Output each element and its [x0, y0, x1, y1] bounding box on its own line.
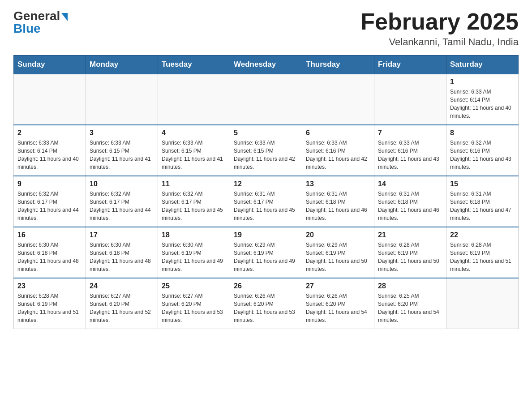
table-row: 13Sunrise: 6:31 AMSunset: 6:18 PMDayligh… — [302, 176, 374, 227]
day-info: Sunrise: 6:32 AMSunset: 6:17 PMDaylight:… — [162, 190, 226, 222]
table-row: 8Sunrise: 6:32 AMSunset: 6:16 PMDaylight… — [446, 125, 519, 176]
table-row: 27Sunrise: 6:26 AMSunset: 6:20 PMDayligh… — [302, 278, 374, 329]
day-number: 26 — [234, 282, 298, 290]
day-number: 5 — [234, 129, 298, 137]
day-number: 20 — [306, 231, 370, 239]
day-info: Sunrise: 6:25 AMSunset: 6:20 PMDaylight:… — [378, 292, 442, 324]
day-number: 21 — [378, 231, 442, 239]
table-row: 15Sunrise: 6:31 AMSunset: 6:18 PMDayligh… — [446, 176, 519, 227]
table-row: 22Sunrise: 6:28 AMSunset: 6:19 PMDayligh… — [446, 227, 519, 278]
header-tuesday: Tuesday — [158, 56, 230, 74]
day-info: Sunrise: 6:29 AMSunset: 6:19 PMDaylight:… — [234, 241, 298, 273]
table-row: 28Sunrise: 6:25 AMSunset: 6:20 PMDayligh… — [374, 278, 446, 329]
header-monday: Monday — [86, 56, 158, 74]
header-thursday: Thursday — [302, 56, 374, 74]
day-info: Sunrise: 6:31 AMSunset: 6:18 PMDaylight:… — [450, 190, 515, 222]
table-row: 26Sunrise: 6:26 AMSunset: 6:20 PMDayligh… — [230, 278, 302, 329]
table-row — [446, 278, 519, 329]
day-info: Sunrise: 6:33 AMSunset: 6:15 PMDaylight:… — [234, 139, 298, 171]
calendar-week-row: 9Sunrise: 6:32 AMSunset: 6:17 PMDaylight… — [14, 176, 519, 227]
day-number: 10 — [90, 180, 154, 188]
day-number: 13 — [306, 180, 370, 188]
day-info: Sunrise: 6:27 AMSunset: 6:20 PMDaylight:… — [162, 292, 226, 324]
table-row: 7Sunrise: 6:33 AMSunset: 6:16 PMDaylight… — [374, 125, 446, 176]
table-row — [86, 74, 158, 125]
table-row: 23Sunrise: 6:28 AMSunset: 6:19 PMDayligh… — [14, 278, 86, 329]
day-info: Sunrise: 6:31 AMSunset: 6:18 PMDaylight:… — [378, 190, 442, 222]
day-info: Sunrise: 6:26 AMSunset: 6:20 PMDaylight:… — [234, 292, 298, 324]
day-number: 18 — [162, 231, 226, 239]
day-number: 22 — [450, 231, 515, 239]
day-number: 2 — [17, 129, 82, 137]
day-number: 11 — [162, 180, 226, 188]
day-number: 7 — [378, 129, 442, 137]
header-wednesday: Wednesday — [230, 56, 302, 74]
day-number: 19 — [234, 231, 298, 239]
table-row: 20Sunrise: 6:29 AMSunset: 6:19 PMDayligh… — [302, 227, 374, 278]
day-number: 25 — [162, 282, 226, 290]
table-row: 3Sunrise: 6:33 AMSunset: 6:15 PMDaylight… — [86, 125, 158, 176]
location-title: Velankanni, Tamil Nadu, India — [360, 36, 519, 48]
day-info: Sunrise: 6:33 AMSunset: 6:14 PMDaylight:… — [17, 139, 82, 171]
logo-arrow-icon — [61, 13, 68, 21]
title-area: February 2025 Velankanni, Tamil Nadu, In… — [360, 9, 519, 48]
day-info: Sunrise: 6:27 AMSunset: 6:20 PMDaylight:… — [90, 292, 154, 324]
day-info: Sunrise: 6:33 AMSunset: 6:15 PMDaylight:… — [90, 139, 154, 171]
table-row: 21Sunrise: 6:28 AMSunset: 6:19 PMDayligh… — [374, 227, 446, 278]
day-info: Sunrise: 6:32 AMSunset: 6:17 PMDaylight:… — [90, 190, 154, 222]
day-info: Sunrise: 6:28 AMSunset: 6:19 PMDaylight:… — [450, 241, 515, 273]
day-info: Sunrise: 6:32 AMSunset: 6:16 PMDaylight:… — [450, 139, 515, 171]
day-number: 28 — [378, 282, 442, 290]
header-friday: Friday — [374, 56, 446, 74]
table-row — [14, 74, 86, 125]
calendar-week-row: 16Sunrise: 6:30 AMSunset: 6:18 PMDayligh… — [14, 227, 519, 278]
header-sunday: Sunday — [14, 56, 86, 74]
table-row: 10Sunrise: 6:32 AMSunset: 6:17 PMDayligh… — [86, 176, 158, 227]
logo: General Blue — [13, 9, 68, 36]
day-info: Sunrise: 6:30 AMSunset: 6:18 PMDaylight:… — [17, 241, 82, 273]
header-area: General Blue February 2025 Velankanni, T… — [13, 9, 519, 48]
table-row: 2Sunrise: 6:33 AMSunset: 6:14 PMDaylight… — [14, 125, 86, 176]
table-row: 17Sunrise: 6:30 AMSunset: 6:18 PMDayligh… — [86, 227, 158, 278]
table-row: 11Sunrise: 6:32 AMSunset: 6:17 PMDayligh… — [158, 176, 230, 227]
table-row: 9Sunrise: 6:32 AMSunset: 6:17 PMDaylight… — [14, 176, 86, 227]
day-info: Sunrise: 6:31 AMSunset: 6:17 PMDaylight:… — [234, 190, 298, 222]
table-row: 6Sunrise: 6:33 AMSunset: 6:16 PMDaylight… — [302, 125, 374, 176]
table-row: 18Sunrise: 6:30 AMSunset: 6:19 PMDayligh… — [158, 227, 230, 278]
day-info: Sunrise: 6:30 AMSunset: 6:18 PMDaylight:… — [90, 241, 154, 273]
table-row: 24Sunrise: 6:27 AMSunset: 6:20 PMDayligh… — [86, 278, 158, 329]
day-info: Sunrise: 6:30 AMSunset: 6:19 PMDaylight:… — [162, 241, 226, 273]
table-row: 1Sunrise: 6:33 AMSunset: 6:14 PMDaylight… — [446, 74, 519, 125]
day-info: Sunrise: 6:31 AMSunset: 6:18 PMDaylight:… — [306, 190, 370, 222]
day-number: 4 — [162, 129, 226, 137]
table-row: 16Sunrise: 6:30 AMSunset: 6:18 PMDayligh… — [14, 227, 86, 278]
table-row — [302, 74, 374, 125]
day-info: Sunrise: 6:33 AMSunset: 6:15 PMDaylight:… — [162, 139, 226, 171]
header-saturday: Saturday — [446, 56, 519, 74]
month-title: February 2025 — [360, 9, 519, 34]
day-number: 3 — [90, 129, 154, 137]
weekday-header-row: Sunday Monday Tuesday Wednesday Thursday… — [14, 56, 519, 74]
calendar-table: Sunday Monday Tuesday Wednesday Thursday… — [13, 55, 519, 329]
day-number: 17 — [90, 231, 154, 239]
calendar-week-row: 23Sunrise: 6:28 AMSunset: 6:19 PMDayligh… — [14, 278, 519, 329]
table-row: 14Sunrise: 6:31 AMSunset: 6:18 PMDayligh… — [374, 176, 446, 227]
day-number: 12 — [234, 180, 298, 188]
day-info: Sunrise: 6:29 AMSunset: 6:19 PMDaylight:… — [306, 241, 370, 273]
table-row: 4Sunrise: 6:33 AMSunset: 6:15 PMDaylight… — [158, 125, 230, 176]
day-info: Sunrise: 6:33 AMSunset: 6:16 PMDaylight:… — [306, 139, 370, 171]
day-info: Sunrise: 6:26 AMSunset: 6:20 PMDaylight:… — [306, 292, 370, 324]
table-row — [158, 74, 230, 125]
day-number: 16 — [17, 231, 82, 239]
day-info: Sunrise: 6:33 AMSunset: 6:14 PMDaylight:… — [450, 88, 515, 120]
day-number: 27 — [306, 282, 370, 290]
table-row — [230, 74, 302, 125]
day-info: Sunrise: 6:33 AMSunset: 6:16 PMDaylight:… — [378, 139, 442, 171]
day-number: 15 — [450, 180, 515, 188]
table-row: 19Sunrise: 6:29 AMSunset: 6:19 PMDayligh… — [230, 227, 302, 278]
table-row: 5Sunrise: 6:33 AMSunset: 6:15 PMDaylight… — [230, 125, 302, 176]
day-number: 24 — [90, 282, 154, 290]
day-number: 8 — [450, 129, 515, 137]
day-info: Sunrise: 6:32 AMSunset: 6:17 PMDaylight:… — [17, 190, 82, 222]
day-info: Sunrise: 6:28 AMSunset: 6:19 PMDaylight:… — [17, 292, 82, 324]
